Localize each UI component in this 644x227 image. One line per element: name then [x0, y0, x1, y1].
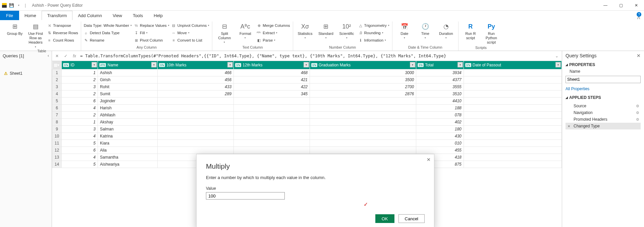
- save-icon[interactable]: 💾: [9, 3, 14, 8]
- cell[interactable]: [158, 118, 234, 125]
- minimize-button[interactable]: —: [598, 0, 613, 11]
- cell[interactable]: Rohit: [98, 83, 157, 90]
- run-python-button[interactable]: PyRun Python script: [482, 21, 501, 45]
- unpivot-button[interactable]: ⊟Unpivot Columns▾: [171, 22, 210, 29]
- cell[interactable]: [234, 104, 310, 111]
- accept-formula-icon[interactable]: ✓: [63, 53, 69, 59]
- cell[interactable]: Abhilash: [98, 111, 157, 118]
- move-button[interactable]: ↔Move▾: [171, 30, 210, 36]
- column-header[interactable]: 1²₃Total▾: [416, 61, 464, 69]
- filter-icon[interactable]: ▾: [458, 62, 463, 67]
- cell[interactable]: 2: [62, 76, 98, 83]
- delete-step-icon[interactable]: ✕: [568, 124, 570, 128]
- table-row[interactable]: 72Abhilash078: [52, 111, 562, 118]
- cell[interactable]: [158, 147, 234, 154]
- cell[interactable]: 402: [416, 118, 464, 125]
- merge-columns-button[interactable]: ⊕Merge Columns: [257, 22, 290, 29]
- row-number[interactable]: 6: [52, 104, 62, 111]
- table-row[interactable]: 104Katrina430: [52, 132, 562, 139]
- cell[interactable]: 455: [416, 147, 464, 154]
- parse-button[interactable]: ◧Parse▾: [257, 37, 290, 44]
- column-header[interactable]: 1²₃Date of Passout▾: [464, 61, 561, 69]
- cell[interactable]: 1: [62, 118, 98, 125]
- cell[interactable]: [464, 139, 561, 147]
- cell[interactable]: 2876: [310, 90, 416, 97]
- row-number[interactable]: 11: [52, 139, 62, 147]
- value-input[interactable]: [206, 192, 285, 200]
- statistics-button[interactable]: XσStatistics▾: [296, 21, 315, 39]
- filter-icon[interactable]: ▾: [304, 62, 309, 67]
- cell[interactable]: 289: [158, 90, 234, 97]
- cell[interactable]: [158, 132, 234, 139]
- cell[interactable]: [310, 118, 416, 125]
- gear-icon[interactable]: ⚙: [636, 111, 639, 115]
- all-properties-link[interactable]: All Properties: [566, 87, 641, 91]
- cell[interactable]: 345: [234, 90, 310, 97]
- table-row[interactable]: 11Ashish46646830003934: [52, 69, 562, 76]
- tab-file[interactable]: File: [0, 11, 19, 20]
- cell[interactable]: [158, 125, 234, 132]
- applied-step[interactable]: Source⚙: [566, 103, 641, 109]
- table-row[interactable]: 64Harish188: [52, 104, 562, 111]
- cell[interactable]: 468: [234, 69, 310, 76]
- row-number[interactable]: 13: [52, 154, 62, 161]
- table-row[interactable]: 56Joginder4410: [52, 97, 562, 104]
- cell[interactable]: Akshay: [98, 118, 157, 125]
- close-settings-icon[interactable]: ✕: [637, 53, 641, 58]
- cell[interactable]: [234, 118, 310, 125]
- cell[interactable]: 3: [62, 125, 98, 132]
- cell[interactable]: 4377: [416, 76, 464, 83]
- cell[interactable]: Samantha: [98, 154, 157, 161]
- cell[interactable]: 3500: [310, 76, 416, 83]
- filter-icon[interactable]: ▾: [555, 62, 561, 67]
- cell[interactable]: [310, 147, 416, 154]
- collapse-properties-icon[interactable]: ◢: [566, 63, 568, 66]
- cell[interactable]: [234, 125, 310, 132]
- row-number[interactable]: 3: [52, 83, 62, 90]
- table-row[interactable]: 93Salman180: [52, 125, 562, 132]
- cell[interactable]: [310, 111, 416, 118]
- column-header[interactable]: 1²₃ID▾: [62, 61, 98, 69]
- cell[interactable]: 3555: [416, 83, 464, 90]
- standard-button[interactable]: ⊞Standard▾: [317, 21, 335, 39]
- group-by-button[interactable]: ⊞Group By: [5, 21, 24, 36]
- cancel-formula-icon[interactable]: ✕: [54, 53, 60, 59]
- extract-button[interactable]: ᴬᴮᶜExtract▾: [257, 30, 290, 36]
- cell[interactable]: 5: [62, 161, 98, 168]
- cell[interactable]: Joginder: [98, 97, 157, 104]
- applied-step[interactable]: ✕Changed Type: [566, 123, 641, 129]
- convert-list-button[interactable]: ≡Convert to List: [171, 37, 210, 44]
- table-row[interactable]: 126Alia455: [52, 147, 562, 154]
- close-button[interactable]: ✕: [629, 0, 644, 11]
- data-type-button[interactable]: Data Type: Whole Number▾: [84, 22, 132, 29]
- cell[interactable]: 3: [62, 83, 98, 90]
- cancel-button[interactable]: Cancel: [398, 214, 425, 223]
- table-row[interactable]: 42Sumit28934528763510: [52, 90, 562, 97]
- row-number[interactable]: 8: [52, 118, 62, 125]
- tab-help[interactable]: Help: [148, 11, 168, 20]
- cell[interactable]: Alia: [98, 147, 157, 154]
- table-row[interactable]: 115Kiara010: [52, 139, 562, 147]
- cell[interactable]: 010: [416, 139, 464, 147]
- table-row[interactable]: 22Girish45642135004377: [52, 76, 562, 83]
- cell[interactable]: [464, 83, 561, 90]
- cell[interactable]: [158, 97, 234, 104]
- row-number[interactable]: 10: [52, 132, 62, 139]
- row-number[interactable]: 5: [52, 97, 62, 104]
- cell[interactable]: [310, 104, 416, 111]
- cell[interactable]: Kiara: [98, 139, 157, 147]
- split-column-button[interactable]: ⊟Split Column▾: [215, 21, 234, 44]
- cell[interactable]: [464, 118, 561, 125]
- filter-icon[interactable]: ▾: [410, 62, 415, 67]
- collapse-queries-icon[interactable]: ‹: [48, 53, 49, 58]
- formula-input[interactable]: = Table.TransformColumnTypes(#"Promoted …: [80, 53, 551, 58]
- transpose-button[interactable]: ⤭Transpose: [47, 22, 78, 29]
- cell[interactable]: 456: [158, 76, 234, 83]
- select-all-corner[interactable]: ▦▾: [52, 61, 62, 69]
- cell[interactable]: 180: [416, 125, 464, 132]
- applied-step[interactable]: Navigation⚙: [566, 109, 641, 116]
- rename-button[interactable]: ✎Rename: [84, 37, 132, 44]
- cell[interactable]: 3000: [310, 69, 416, 76]
- detect-type-button[interactable]: ⌕Detect Data Type: [84, 30, 132, 36]
- duration-button[interactable]: ◔Duration▾: [437, 21, 455, 39]
